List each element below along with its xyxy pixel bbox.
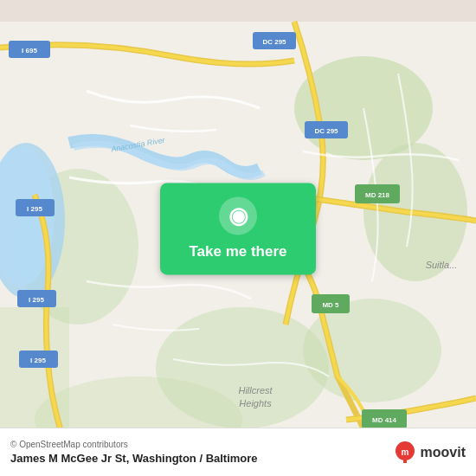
- attribution-text: © OpenStreetMap contributors: [10, 440, 258, 449]
- svg-text:I 295: I 295: [30, 357, 46, 364]
- location-info: © OpenStreetMap contributors James M McG…: [10, 440, 258, 465]
- svg-text:MD 218: MD 218: [365, 191, 390, 199]
- take-me-there-button[interactable]: ◉ Take me there: [160, 183, 316, 274]
- pin-icon-wrapper: ◉: [219, 196, 257, 235]
- svg-text:Heights: Heights: [239, 398, 272, 408]
- moovit-icon: m: [393, 441, 417, 465]
- svg-text:m: m: [401, 447, 408, 457]
- moovit-text: moovit: [421, 445, 466, 460]
- svg-text:I 295: I 295: [29, 296, 44, 304]
- svg-text:MD 5: MD 5: [322, 301, 339, 309]
- moovit-logo: m moovit: [393, 441, 466, 465]
- take-me-there-label: Take me there: [189, 243, 286, 261]
- svg-text:MD 414: MD 414: [372, 416, 397, 424]
- map-container: I 695 DC 295 DC 295 I 295 I 295 I 295 MD…: [0, 0, 476, 476]
- svg-text:I 695: I 695: [22, 47, 37, 55]
- svg-text:Suitla...: Suitla...: [426, 260, 458, 270]
- svg-text:DC 295: DC 295: [314, 127, 338, 135]
- svg-text:I 295: I 295: [27, 205, 42, 213]
- svg-text:Hillcrest: Hillcrest: [238, 385, 273, 396]
- location-pin-icon: ◉: [228, 204, 248, 227]
- location-name-text: James M McGee Jr St, Washington / Baltim…: [10, 452, 258, 465]
- bottom-bar: © OpenStreetMap contributors James M McG…: [0, 428, 476, 476]
- svg-text:DC 295: DC 295: [262, 38, 286, 46]
